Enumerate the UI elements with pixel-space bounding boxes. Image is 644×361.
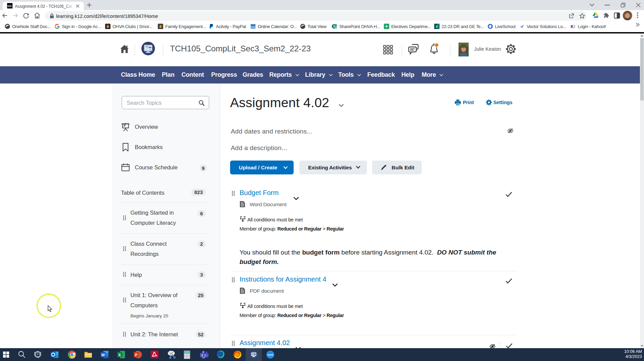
svg-text:T: T — [201, 354, 203, 357]
svg-text:zoom: zoom — [268, 354, 273, 356]
svg-text:K: K — [571, 24, 574, 29]
svg-text:X: X — [118, 353, 121, 357]
svg-text:S: S — [333, 25, 335, 28]
svg-text:D2L: D2L — [7, 5, 12, 8]
svg-text:F: F — [436, 25, 438, 28]
svg-text:W: W — [101, 353, 105, 357]
svg-text:!: ! — [574, 24, 575, 29]
svg-text:P: P — [135, 353, 137, 357]
